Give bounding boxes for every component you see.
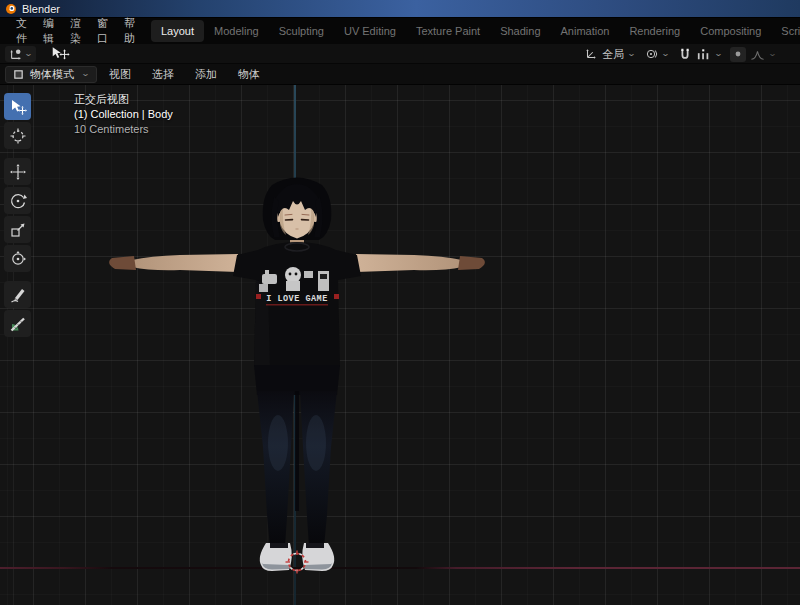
viewport-menu-add[interactable]: 添加 <box>186 65 226 84</box>
character-left-hand <box>109 256 136 270</box>
tool-transform[interactable] <box>4 245 31 272</box>
viewport-overlay-text: 正交后视图 (1) Collection | Body 10 Centimete… <box>74 92 173 137</box>
falloff-curve-icon[interactable] <box>750 48 765 61</box>
menubar: 文件 编辑 渲染 窗口 帮助 Layout Modeling Sculpting… <box>0 18 800 44</box>
tool-scale[interactable] <box>4 216 31 243</box>
pivot-point-dropdown[interactable]: ⌄ <box>644 47 669 61</box>
shirt-text: I LOVE GAME <box>266 294 328 304</box>
tab-compositing[interactable]: Compositing <box>690 20 771 42</box>
grid-scale-label: 10 Centimeters <box>74 122 173 137</box>
select-move-cursor-icon <box>50 46 70 61</box>
chevron-down-icon: ⌄ <box>81 70 90 78</box>
character-left-arm <box>132 254 238 272</box>
viewport-menu-view[interactable]: 视图 <box>100 65 140 84</box>
snap-controls: ⌄ <box>678 47 722 61</box>
viewport-header: 物体模式 ⌄ 视图 选择 添加 物体 <box>0 64 800 85</box>
move-icon <box>9 163 27 181</box>
tab-rendering[interactable]: Rendering <box>619 20 690 42</box>
scale-icon <box>9 221 27 239</box>
transform-orientation-dropdown[interactable]: 全局 ⌄ <box>584 47 635 62</box>
tab-scripting[interactable]: Scripting <box>771 20 800 42</box>
proportional-editing-icon <box>733 49 743 59</box>
tab-modeling[interactable]: Modeling <box>204 20 269 42</box>
viewport-editor-icon <box>9 47 23 61</box>
object-mode-icon <box>13 69 24 80</box>
chevron-down-icon: ⌄ <box>713 50 722 58</box>
transform-icon <box>9 250 27 268</box>
cursor-3d-icon <box>9 127 27 145</box>
tab-animation[interactable]: Animation <box>551 20 620 42</box>
chevron-down-icon: ⌄ <box>661 50 670 58</box>
pivot-point-icon <box>644 47 658 61</box>
topbar-right-controls: 全局 ⌄ ⌄ ⌄ <box>584 44 776 64</box>
tool-annotate[interactable] <box>4 281 31 308</box>
scene-canvas: I LOVE GAME <box>0 85 800 605</box>
tab-uv-editing[interactable]: UV Editing <box>334 20 406 42</box>
tool-rotate[interactable] <box>4 187 31 214</box>
tab-layout[interactable]: Layout <box>151 20 204 42</box>
viewport-3d[interactable]: I LOVE GAME <box>0 85 800 605</box>
tool-cursor-3d[interactable] <box>4 122 31 149</box>
viewport-menu-select[interactable]: 选择 <box>143 65 183 84</box>
snap-increment-icon[interactable] <box>696 48 711 61</box>
tab-texture-paint[interactable]: Texture Paint <box>406 20 490 42</box>
view-name-label: 正交后视图 <box>74 92 173 107</box>
annotate-pen-icon <box>9 286 27 304</box>
rotate-icon <box>9 192 27 210</box>
tool-select-tweak[interactable] <box>4 93 31 120</box>
orientation-label: 全局 <box>602 47 624 62</box>
select-tweak-icon <box>9 98 27 116</box>
magnet-snap-icon[interactable] <box>678 47 692 61</box>
collection-label: (1) Collection | Body <box>74 107 173 122</box>
proportional-edit-controls: ⌄ <box>730 47 776 62</box>
mode-label: 物体模式 <box>30 67 74 82</box>
character-model[interactable]: I LOVE GAME <box>109 178 485 572</box>
mode-dropdown[interactable]: 物体模式 ⌄ <box>5 66 97 83</box>
tool-shelf <box>4 93 31 337</box>
tab-sculpting[interactable]: Sculpting <box>269 20 334 42</box>
topbar: ⌄ 全局 ⌄ ⌄ <box>0 44 800 64</box>
character-pants-hip <box>254 365 340 395</box>
tab-shading[interactable]: Shading <box>490 20 550 42</box>
viewport-menu-object[interactable]: 物体 <box>229 65 269 84</box>
tool-measure[interactable] <box>4 310 31 337</box>
chevron-down-icon: ⌄ <box>768 50 777 58</box>
orientation-axes-icon <box>584 47 598 61</box>
active-tool-indicator <box>50 46 70 61</box>
chevron-down-icon: ⌄ <box>24 50 33 58</box>
chevron-down-icon: ⌄ <box>627 50 636 58</box>
character-right-arm <box>356 254 462 272</box>
tool-move[interactable] <box>4 158 31 185</box>
workspace-tabs: Layout Modeling Sculpting UV Editing Tex… <box>151 20 800 42</box>
proportional-editing-toggle[interactable] <box>730 47 746 62</box>
measure-ruler-icon <box>9 315 27 333</box>
character-right-hand <box>458 256 485 270</box>
editor-type-selector[interactable]: ⌄ <box>5 46 36 62</box>
